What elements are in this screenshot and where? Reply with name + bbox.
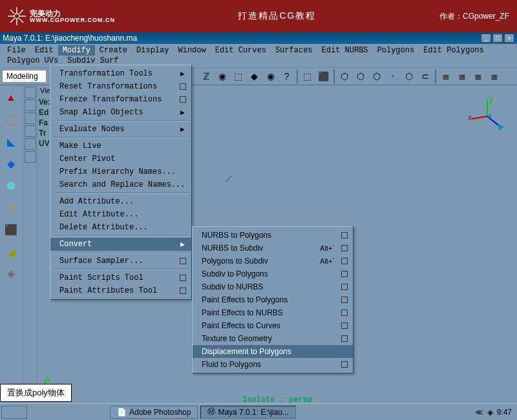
tool-button[interactable]: ▲ [1, 88, 21, 107]
tool-button[interactable]: ✦ [1, 198, 21, 217]
menu-item-make-live[interactable]: Make Live [50, 140, 191, 152]
menu-item-subdiv-to-nurbs[interactable]: Subdiv to NURBS [193, 280, 353, 293]
menu-item-delete-attribute-[interactable]: Delete Attribute... [50, 221, 191, 234]
toolbar-button[interactable]: ≣ [438, 68, 454, 84]
menu-edit-curves[interactable]: Edit Curves [211, 45, 271, 56]
close-button[interactable]: × [504, 34, 514, 43]
menu-edit-nurbs[interactable]: Edit NURBS [317, 45, 373, 56]
tool-button[interactable]: ◆ [1, 154, 21, 173]
component-button[interactable] [25, 151, 36, 163]
option-box-icon[interactable] [341, 361, 348, 368]
menu-item-paint-scripts-tool[interactable]: Paint Scripts Tool [50, 271, 191, 284]
tool-button[interactable]: ◢ [1, 242, 21, 261]
taskbar[interactable]: 📄 Adobe Photoshop Ⓜ Maya 7.0.1: E:\jiao.… [0, 403, 517, 420]
toolbar-button[interactable]: ⬡ [369, 68, 385, 84]
menu-create[interactable]: Create [95, 45, 132, 56]
toolbar-button[interactable]: ⬚ [300, 68, 315, 84]
menu-edit[interactable]: Edit [30, 45, 58, 56]
menu-item-center-pivot[interactable]: Center Pivot [50, 152, 191, 165]
option-box-icon[interactable] [341, 297, 348, 303]
option-box-icon[interactable] [341, 245, 348, 251]
menu-item-polygons-to-subdiv[interactable]: Polygons to SubdivAlt+` [193, 255, 353, 268]
taskbar-maya[interactable]: Ⓜ Maya 7.0.1: E:\jiao... [200, 406, 295, 419]
menu-item-nurbs-to-polygons[interactable]: NURBS to Polygons [193, 229, 353, 242]
tool-button[interactable]: ◈ [1, 264, 21, 283]
component-button[interactable] [25, 100, 36, 111]
menu-surfaces[interactable]: Surfaces [271, 45, 317, 56]
menu-item-freeze-transformations[interactable]: Freeze Transformations [50, 93, 191, 106]
menu-polygons[interactable]: Polygons [373, 45, 419, 56]
menu-item-paint-effects-to-nurbs[interactable]: Paint Effects to NURBS [193, 306, 353, 319]
menu-item-fluid-to-polygons[interactable]: Fluid to Polygons [193, 358, 353, 371]
tool-button[interactable]: ⬛ [1, 220, 21, 239]
menu-item-surface-sampler-[interactable]: Surface Sampler... [50, 255, 191, 268]
minimize-button[interactable]: _ [481, 34, 491, 43]
menu-item-convert[interactable]: Convert▶ [50, 238, 191, 251]
toolbar-button[interactable]: ⬡ [337, 68, 352, 84]
menu-item-paint-effects-to-polygons[interactable]: Paint Effects to Polygons [193, 293, 353, 306]
toolbar-button[interactable]: ◉ [215, 68, 230, 84]
toolbar-button[interactable]: ⬞ [385, 68, 401, 84]
menu-item-search-and-replace-names-[interactable]: Search and Replace Names... [50, 178, 191, 191]
start-button[interactable] [1, 406, 27, 419]
toolbar-button[interactable]: ℤ [198, 68, 214, 84]
taskbar-photoshop[interactable]: 📄 Adobe Photoshop [110, 406, 198, 419]
tool-button[interactable]: ◯ [1, 110, 21, 129]
toolbar-button[interactable]: ⬚ [231, 68, 246, 84]
menu-item-paint-attributes-tool[interactable]: Paint Attributes Tool [50, 284, 191, 297]
toolbar-button[interactable]: ≣ [487, 68, 502, 84]
toolbar-button[interactable]: ? [279, 68, 295, 84]
menu-item-snap-align-objects[interactable]: Snap Align Objects▶ [50, 106, 191, 119]
option-box-icon[interactable] [341, 271, 348, 277]
option-box-icon[interactable] [180, 83, 186, 90]
toolbar-button[interactable]: ⬡ [401, 68, 417, 84]
option-box-icon[interactable] [180, 258, 186, 264]
option-box-icon[interactable] [180, 288, 186, 294]
menu-edit-polygons[interactable]: Edit Polygons [419, 45, 489, 56]
modify-menu[interactable]: Transformation Tools▶Reset Transformatio… [50, 65, 192, 300]
option-box-icon[interactable] [341, 284, 348, 290]
tool-button[interactable]: ◣ [1, 132, 21, 151]
component-button[interactable] [25, 112, 36, 124]
menu-file[interactable]: File [3, 45, 30, 56]
menu-item-prefix-hierarchy-names-[interactable]: Prefix Hierarchy Names... [50, 165, 191, 178]
tray-icon[interactable]: ◈ [487, 408, 493, 417]
option-box-icon[interactable] [180, 275, 186, 281]
option-box-icon[interactable] [180, 96, 186, 103]
toolbar-button[interactable]: ◆ [247, 68, 262, 84]
option-box-icon[interactable] [341, 322, 348, 329]
tool-button[interactable]: ⬢ [1, 176, 21, 195]
module-selector[interactable]: Modeling [2, 70, 47, 83]
convert-submenu[interactable]: NURBS to PolygonsNURBS to SubdivAlt+`Pol… [192, 226, 353, 373]
menu-item-texture-to-geometry[interactable]: Texture to Geometry [193, 332, 353, 345]
toolbar-button[interactable]: ⬡ [353, 68, 368, 84]
component-button[interactable] [25, 87, 36, 98]
option-box-icon[interactable] [341, 232, 348, 238]
toolbar-button[interactable]: ≣ [470, 68, 486, 84]
toolbar-button[interactable]: ◉ [263, 68, 279, 84]
toolbar-button[interactable]: ⊂ [417, 68, 433, 84]
toolbar-button[interactable]: ⬛ [316, 68, 332, 84]
menu-item-displacement-to-polygons[interactable]: Displacement to Polygons [193, 345, 353, 358]
option-box-icon[interactable] [341, 310, 348, 316]
menubar[interactable]: FileEditModifyCreateDisplayWindowEdit Cu… [0, 44, 517, 67]
component-button[interactable] [25, 138, 36, 150]
menu-modify[interactable]: Modify [58, 45, 95, 56]
menu-item-edit-attribute-[interactable]: Edit Attribute... [50, 208, 191, 221]
menu-window[interactable]: Window [173, 45, 210, 56]
menu-item-add-attribute-[interactable]: Add Attribute... [50, 195, 191, 208]
menu-item-subdiv-to-polygons[interactable]: Subdiv to Polygons [193, 268, 353, 280]
option-box-icon[interactable] [341, 335, 348, 342]
toolbar-button[interactable]: ≣ [454, 68, 470, 84]
tray-icon[interactable]: ≪ [475, 408, 483, 417]
menu-item-evaluate-nodes[interactable]: Evaluate Nodes▶ [50, 123, 191, 136]
component-button[interactable] [25, 125, 36, 137]
menu-item-transformation-tools[interactable]: Transformation Tools▶ [50, 67, 191, 80]
menu-display[interactable]: Display [132, 45, 173, 56]
view-axis-widget[interactable]: y x [468, 97, 507, 136]
menu-item-reset-transformations[interactable]: Reset Transformations [50, 80, 191, 93]
option-box-icon[interactable] [341, 258, 348, 264]
maximize-button[interactable]: □ [492, 34, 503, 43]
menu-item-nurbs-to-subdiv[interactable]: NURBS to SubdivAlt+` [193, 242, 353, 255]
menu-item-paint-effects-to-curves[interactable]: Paint Effects to Curves [193, 319, 353, 332]
